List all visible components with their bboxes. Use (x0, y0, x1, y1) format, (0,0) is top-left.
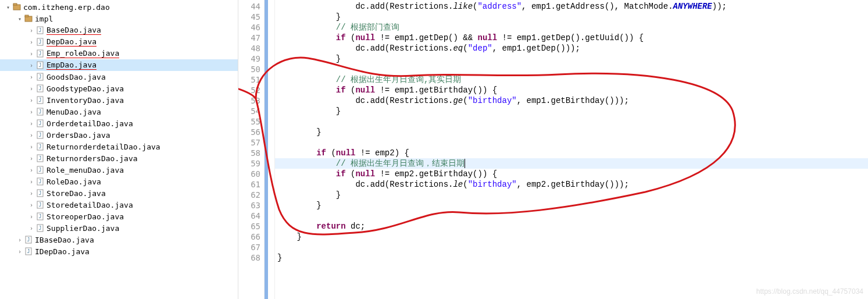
code-line: if (null != emp2.getBirthday()) { (275, 169, 868, 179)
file-node[interactable]: › J OrderdetailDao.java (0, 118, 238, 129)
file-node[interactable]: › J GoodsDao.java (0, 71, 238, 83)
java-file-icon: J (36, 108, 44, 116)
chevron-right-icon: › (28, 74, 35, 80)
package-icon (13, 3, 21, 11)
chevron-right-icon: › (28, 51, 35, 57)
svg-text:J: J (39, 51, 42, 56)
file-node[interactable]: › J IDepDao.java (0, 245, 238, 257)
chevron-right-icon: › (16, 248, 23, 255)
line-number: 61 (238, 179, 260, 190)
file-node[interactable]: › J BaseDao.java (0, 24, 238, 36)
java-file-icon: J (36, 177, 44, 186)
line-number: 68 (238, 252, 260, 263)
svg-text:J: J (39, 214, 42, 219)
code-line: return dc; (275, 221, 868, 232)
project-explorer[interactable]: ▾ com.itzheng.erp.dao ▾ impl › J BaseDao… (0, 0, 238, 299)
chevron-right-icon: › (28, 144, 35, 150)
java-file-icon: J (36, 96, 44, 104)
line-number: 50 (238, 64, 260, 74)
svg-text:J: J (39, 191, 42, 196)
file-label: ReturnordersDao.java (47, 154, 138, 163)
chevron-right-icon: › (28, 202, 35, 208)
file-node[interactable]: › J GoodstypeDao.java (0, 83, 238, 94)
svg-rect-1 (13, 3, 17, 5)
file-label: MenuDao.java (47, 108, 101, 116)
code-line: dc.add(Restrictions.le("birthday", emp2.… (275, 179, 868, 190)
svg-text:J: J (39, 226, 42, 231)
code-area[interactable]: dc.add(Restrictions.like("address", emp1… (275, 0, 868, 299)
file-label: Emp_roleDao.java (47, 49, 119, 58)
file-node[interactable]: › J MenuDao.java (0, 106, 238, 118)
svg-text:J: J (39, 133, 42, 138)
chevron-right-icon: › (28, 97, 35, 104)
line-number: 47 (238, 33, 260, 43)
code-line: if (null != emp2) { (275, 148, 868, 158)
line-number: 64 (238, 211, 260, 221)
file-node[interactable]: › J ReturnorderdetailDao.java (0, 141, 238, 152)
package-label: impl (35, 15, 53, 23)
svg-text:J: J (39, 74, 42, 80)
package-node-root[interactable]: ▾ com.itzheng.erp.dao (0, 1, 238, 13)
chevron-right-icon: › (28, 120, 35, 127)
svg-text:J: J (39, 179, 42, 184)
svg-text:J: J (39, 98, 42, 103)
file-node[interactable]: › J EmpDao.java (0, 59, 238, 71)
code-line (275, 211, 868, 221)
file-label: InventoryDao.java (47, 96, 124, 105)
file-label: StoreoperDao.java (47, 212, 124, 221)
java-file-icon: J (36, 143, 44, 151)
chevron-right-icon: › (28, 109, 35, 115)
code-line: // 根据部门查询 (275, 22, 868, 33)
file-node[interactable]: › J InventoryDao.java (0, 94, 238, 106)
file-label: IBaseDao.java (35, 236, 94, 244)
line-number: 56 (238, 127, 260, 137)
chevron-right-icon: › (28, 62, 35, 69)
svg-text:J: J (39, 168, 42, 173)
file-node[interactable]: › J ReturnordersDao.java (0, 152, 238, 164)
java-file-icon: J (24, 247, 33, 255)
java-file-icon: J (36, 154, 44, 162)
java-file-icon: J (36, 224, 44, 232)
package-label: com.itzheng.erp.dao (23, 3, 110, 12)
svg-text:J: J (39, 28, 42, 33)
line-number: 49 (238, 54, 260, 64)
file-tree: ▾ com.itzheng.erp.dao ▾ impl › J BaseDao… (0, 0, 238, 258)
code-line: } (275, 232, 868, 242)
package-node-impl[interactable]: ▾ impl (0, 13, 238, 24)
code-line: dc.add(Restrictions.eq("dep", emp1.getDe… (275, 43, 868, 54)
chevron-right-icon: › (28, 132, 35, 138)
java-file-icon: J (36, 73, 44, 81)
java-file-icon: J (36, 38, 44, 46)
file-node[interactable]: › J StoredetailDao.java (0, 199, 238, 211)
file-node[interactable]: › J OrdersDao.java (0, 129, 238, 141)
file-label: StoreDao.java (47, 189, 106, 198)
file-node[interactable]: › J Role_menuDao.java (0, 164, 238, 176)
code-editor[interactable]: 4445464748495051525354555657585960616263… (238, 0, 868, 299)
svg-text:J: J (39, 109, 42, 115)
file-node[interactable]: › J IBaseDao.java (0, 234, 238, 245)
line-number: 53 (238, 95, 260, 106)
line-number: 65 (238, 221, 260, 232)
file-node[interactable]: › J RoleDao.java (0, 176, 238, 187)
chevron-right-icon: › (28, 225, 35, 232)
line-number: 54 (238, 106, 260, 116)
line-number: 58 (238, 148, 260, 158)
chevron-right-icon: › (16, 237, 23, 243)
java-file-icon: J (36, 131, 44, 139)
code-line: // 根据出生年月日查询，结束日期 (275, 158, 868, 169)
file-node[interactable]: › J StoreDao.java (0, 187, 238, 199)
code-line: } (275, 127, 868, 137)
file-node[interactable]: › J StoreoperDao.java (0, 211, 238, 222)
line-number: 51 (238, 74, 260, 85)
file-node[interactable]: › J Emp_roleDao.java (0, 48, 238, 59)
file-label: GoodsDao.java (47, 73, 106, 81)
code-line (275, 116, 868, 127)
code-line (275, 242, 868, 252)
code-line: } (275, 200, 868, 211)
chevron-down-icon: ▾ (5, 4, 12, 10)
file-label: IDepDao.java (35, 247, 90, 256)
file-node[interactable]: › J SupplierDao.java (0, 222, 238, 234)
file-node[interactable]: › J DepDao.java (0, 36, 238, 48)
java-file-icon: J (36, 119, 44, 127)
line-number-gutter: 4445464748495051525354555657585960616263… (238, 0, 265, 299)
